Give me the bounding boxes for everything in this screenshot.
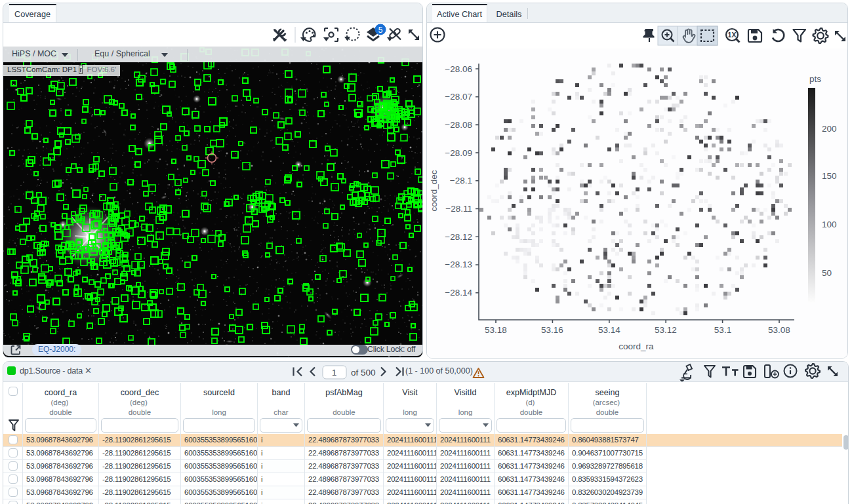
svg-text:53.12: 53.12 (655, 325, 677, 335)
svg-text:−28.12: −28.12 (445, 232, 472, 242)
svg-text:200: 200 (822, 124, 837, 134)
svg-text:50: 50 (822, 268, 832, 278)
svg-text:pts: pts (809, 74, 821, 84)
svg-text:−28.06: −28.06 (445, 64, 472, 74)
svg-text:1: 1 (332, 368, 336, 378)
svg-text:53.14: 53.14 (598, 325, 620, 335)
svg-text:53.16: 53.16 (541, 325, 563, 335)
svg-text:−28.13: −28.13 (445, 260, 472, 269)
svg-text:−28.11: −28.11 (445, 204, 472, 214)
svg-text:−28.08: −28.08 (445, 120, 472, 130)
svg-text:150: 150 (822, 171, 837, 181)
svg-text:of 500: of 500 (351, 368, 376, 378)
svg-text:5: 5 (378, 26, 383, 35)
svg-text:−28.07: −28.07 (445, 92, 472, 102)
svg-text:coord_dec: coord_dec (429, 170, 439, 211)
svg-text:−28.14: −28.14 (445, 288, 472, 298)
svg-text:−28.09: −28.09 (445, 148, 472, 158)
svg-text:100: 100 (822, 220, 837, 229)
svg-text:53.08: 53.08 (768, 325, 790, 335)
svg-text:53.18: 53.18 (485, 325, 507, 335)
svg-text:−28.1: −28.1 (450, 176, 472, 185)
svg-text:coord_ra: coord_ra (619, 341, 654, 351)
svg-text:1X: 1X (728, 31, 737, 39)
svg-text:53.1: 53.1 (714, 325, 731, 335)
